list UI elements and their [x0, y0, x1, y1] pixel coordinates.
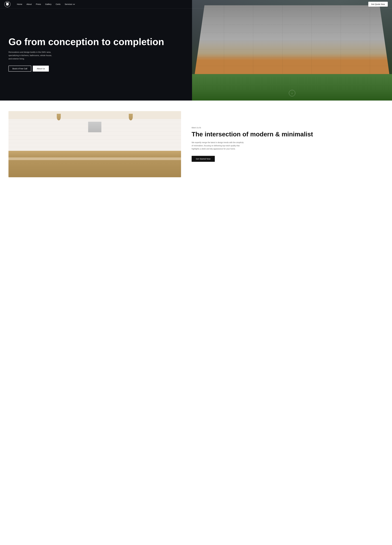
hero-building-image — [192, 0, 392, 100]
hero-section: Go from conception to completion Renovat… — [0, 0, 392, 100]
intersection-content: Meet Us At The intersection of modern & … — [192, 111, 384, 177]
kitchen-ceiling — [8, 111, 181, 119]
get-quote-button[interactable]: Get Quote Now — [368, 2, 388, 7]
scroll-indicator[interactable] — [289, 90, 295, 96]
intersection-section: Meet Us At The intersection of modern & … — [0, 100, 392, 188]
hero-image — [192, 0, 392, 100]
kitchen-hood — [88, 122, 101, 132]
kitchen-counter — [8, 151, 181, 177]
nav-gallery[interactable]: Gallery — [45, 3, 52, 5]
eyebrow-text: Meet Us At — [192, 127, 384, 129]
nav-services[interactable]: Services — [65, 3, 75, 5]
main-nav: Home About Press Gallery Certs Services … — [0, 0, 392, 8]
building-shape — [195, 5, 389, 74]
nav-about[interactable]: About — [26, 3, 32, 5]
kitchen-image — [8, 111, 181, 177]
nav-press[interactable]: Press — [36, 3, 41, 5]
counter-top — [8, 157, 181, 160]
svg-point-4 — [8, 2, 9, 3]
pendant-left — [57, 114, 61, 120]
nav-certs[interactable]: Certs — [56, 3, 61, 5]
svg-point-3 — [6, 2, 7, 3]
nav-links: Home About Press Gallery Certs Services — [17, 3, 368, 5]
hero-buttons: Book A Free Call About Us — [8, 66, 186, 72]
book-call-button[interactable]: Book A Free Call — [8, 66, 31, 72]
grass-area — [192, 74, 392, 100]
logo-icon — [4, 1, 11, 7]
chevron-down-icon — [73, 3, 75, 5]
hero-subtitle: Renovations and design-builds in the DMV… — [8, 50, 53, 60]
intersection-title: The intersection of modern & minimalist — [192, 131, 384, 138]
get-started-button[interactable]: Get Started Now — [192, 156, 215, 162]
hero-title: Go from conception to completion — [8, 37, 186, 47]
hero-content: Go from conception to completion Renovat… — [0, 0, 192, 100]
about-us-button[interactable]: About Us — [33, 66, 49, 72]
logo[interactable] — [4, 1, 11, 7]
nav-services-label: Services — [65, 3, 72, 5]
pendant-right — [129, 114, 133, 120]
nav-home[interactable]: Home — [17, 3, 22, 5]
intersection-body: We expertly merge the latest in design t… — [192, 141, 245, 150]
